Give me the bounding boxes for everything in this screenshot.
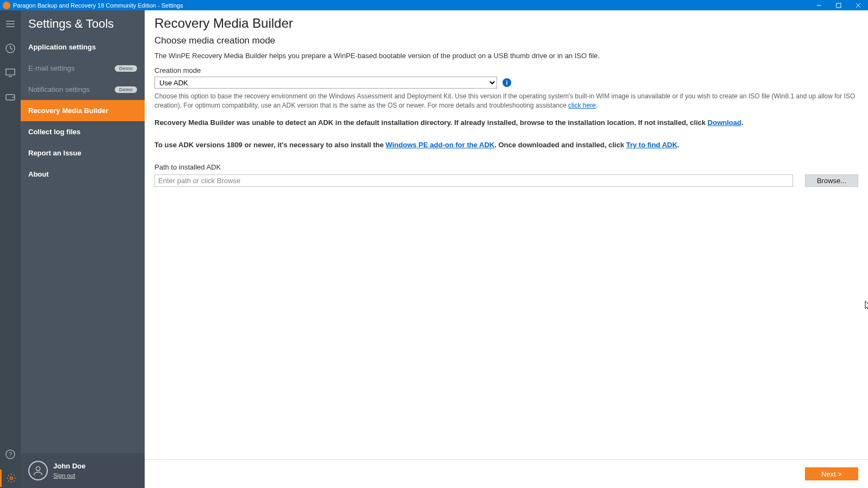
adk-mid: . Once downloaded and installed, click xyxy=(494,141,626,149)
clock-icon[interactable] xyxy=(5,43,16,54)
window-title: Paragon Backup and Recovery 18 Community… xyxy=(13,2,809,9)
sidebar-title: Settings & Tools xyxy=(21,10,145,36)
window-controls xyxy=(809,0,868,10)
sidebar-item-email-settings[interactable]: E-mail settingsDemo xyxy=(21,58,145,79)
titlebar: Paragon Backup and Recovery 18 Community… xyxy=(0,0,868,10)
sidebar-item-about[interactable]: About xyxy=(21,164,145,185)
demo-badge: Demo xyxy=(115,86,137,93)
page-title: Recovery Media Builder xyxy=(154,16,858,31)
detect-line: Recovery Media Builder was unable to det… xyxy=(154,118,858,127)
creation-mode-select[interactable]: Use ADK xyxy=(154,77,497,89)
minimize-button[interactable] xyxy=(809,0,829,10)
footer: Next > xyxy=(145,459,868,488)
svg-rect-1 xyxy=(836,3,841,8)
detect-pre: Recovery Media Builder was unable to det… xyxy=(154,118,708,127)
sidebar: Settings & Tools Application settings E-… xyxy=(21,10,145,488)
adk-pre: To use ADK versions 1809 or newer, it's … xyxy=(154,141,386,149)
creation-mode-label: Creation mode xyxy=(154,66,858,74)
maximize-button[interactable] xyxy=(829,0,848,10)
next-button[interactable]: Next > xyxy=(805,467,858,480)
svg-point-17 xyxy=(36,467,40,471)
settings-rail-item[interactable] xyxy=(0,470,21,487)
sidebar-item-notification-settings[interactable]: Notification settingsDemo xyxy=(21,79,145,100)
user-name: John Doe xyxy=(53,462,85,470)
close-button[interactable] xyxy=(848,0,868,10)
sidebar-item-label: Notification settings xyxy=(28,85,115,93)
click-here-link[interactable]: click here xyxy=(568,102,596,109)
page-subtitle: Choose media creation mode xyxy=(154,35,858,46)
sidebar-item-collect-log-files[interactable]: Collect log files xyxy=(21,121,145,142)
sidebar-item-application-settings[interactable]: Application settings xyxy=(21,36,145,58)
browse-button[interactable]: Browse... xyxy=(805,174,858,187)
intro-text: The WinPE Recovery Media Builder helps y… xyxy=(154,52,858,60)
svg-point-16 xyxy=(10,477,13,480)
sidebar-item-report-issue[interactable]: Report an Issue xyxy=(21,142,145,164)
try-find-adk-link[interactable]: Try to find ADK xyxy=(626,141,677,149)
svg-text:?: ? xyxy=(9,451,12,458)
user-block: John Doe Sign out xyxy=(21,453,145,488)
svg-rect-10 xyxy=(6,69,15,75)
content: Recovery Media Builder Choose media crea… xyxy=(145,10,868,459)
avatar xyxy=(28,461,48,480)
path-label: Path to installed ADK xyxy=(154,163,858,171)
main-panel: Recovery Media Builder Choose media crea… xyxy=(145,10,868,488)
winpe-addon-link[interactable]: Windows PE add-on for the ADK xyxy=(386,141,494,149)
app-icon xyxy=(3,2,10,9)
drive-icon[interactable] xyxy=(5,92,16,103)
sign-out-link[interactable]: Sign out xyxy=(53,472,75,479)
download-link[interactable]: Download xyxy=(708,118,741,127)
monitor-icon[interactable] xyxy=(5,67,16,78)
sidebar-item-recovery-media-builder[interactable]: Recovery Media Builder xyxy=(21,100,145,121)
menu-icon[interactable] xyxy=(5,18,16,29)
sidebar-item-label: E-mail settings xyxy=(28,64,115,72)
hint-pre: Choose this option to base the recovery … xyxy=(154,92,855,109)
sidebar-item-label: About xyxy=(28,170,137,178)
gear-icon xyxy=(6,473,17,484)
svg-line-9 xyxy=(10,48,13,49)
demo-badge: Demo xyxy=(115,65,137,72)
info-icon[interactable]: i xyxy=(503,78,511,87)
sidebar-item-label: Application settings xyxy=(28,43,137,51)
adk-path-input[interactable] xyxy=(154,174,793,187)
sidebar-item-label: Report an Issue xyxy=(28,149,137,157)
svg-point-13 xyxy=(13,97,14,98)
hint-text: Choose this option to base the recovery … xyxy=(154,92,858,111)
sidebar-item-label: Collect log files xyxy=(28,128,137,136)
sidebar-item-label: Recovery Media Builder xyxy=(28,107,137,115)
help-icon[interactable]: ? xyxy=(5,449,16,460)
icon-rail: ? xyxy=(0,10,21,488)
adk-line: To use ADK versions 1809 or newer, it's … xyxy=(154,141,858,149)
